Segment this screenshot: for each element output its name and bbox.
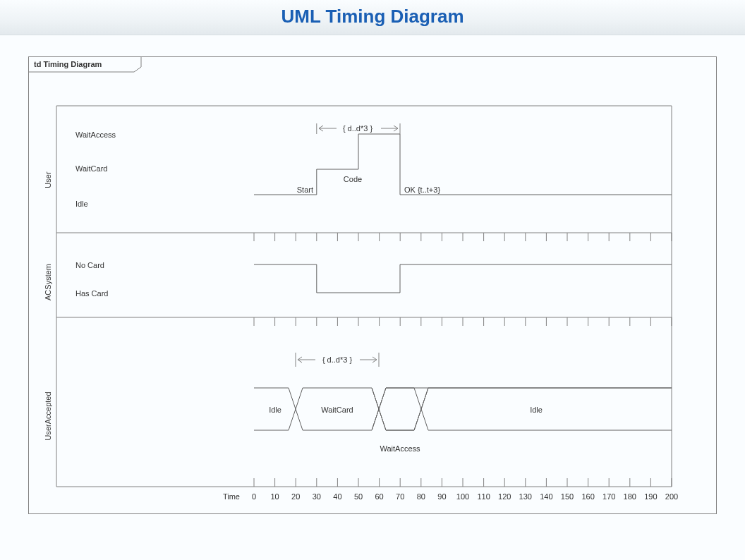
state-nocard: No Card — [75, 261, 104, 269]
val-idle-2: Idle — [530, 406, 543, 414]
tick-label: 60 — [375, 492, 383, 501]
event-ok: OK {t..t+3} — [404, 185, 440, 194]
tick-label: 160 — [581, 492, 594, 501]
lifeline-acsystem: ACSystem No Card Has Card — [44, 261, 672, 300]
frame-label-text: td Timing Diagram — [34, 60, 102, 68]
frame-tab: td Timing Diagram — [29, 57, 142, 73]
tick-row-2 — [254, 317, 672, 326]
val-idle-1: Idle — [269, 406, 281, 414]
page-title: UML Timing Diagram — [281, 6, 464, 27]
val-waitaccess: WaitAccess — [380, 444, 420, 453]
tick-label: 200 — [665, 492, 678, 501]
event-code: Code — [344, 175, 362, 183]
page-header: UML Timing Diagram — [0, 0, 745, 35]
user-waveform — [254, 134, 672, 195]
tick-label: 110 — [477, 492, 490, 501]
val-waitcard: WaitCard — [321, 406, 353, 414]
state-waitaccess: WaitAccess — [75, 130, 116, 139]
useraccepted-valueline — [254, 388, 672, 430]
lifeline-user: User WaitAccess WaitCard Idle { d..d*3 }… — [44, 123, 672, 208]
acsystem-waveform — [254, 264, 672, 293]
lifeline-useraccepted: UserAccepted { d..d*3 } — [44, 353, 672, 453]
state-hascard: Has Card — [75, 289, 108, 298]
tick-label: 170 — [602, 492, 615, 501]
tick-label: 180 — [624, 492, 636, 501]
tick-label: 140 — [540, 492, 552, 501]
tick-label: 40 — [333, 492, 341, 501]
tick-label: 100 — [456, 492, 469, 501]
tick-label: 130 — [519, 492, 532, 501]
tick-label: 20 — [291, 492, 300, 501]
useraccepted-constraint-text: { d..d*3 } — [322, 355, 353, 364]
tick-label: 190 — [644, 492, 657, 501]
state-idle: Idle — [75, 200, 88, 208]
tick-label: 50 — [354, 492, 363, 501]
time-axis-label: Time — [223, 492, 240, 501]
plot-area: Time 01020304050607080901001101201301401… — [44, 106, 678, 501]
useraccepted-constraint: { d..d*3 } — [296, 353, 379, 367]
tick-label: 80 — [417, 492, 425, 501]
tick-label: 150 — [561, 492, 574, 501]
tick-row-3 — [254, 478, 672, 487]
tick-labels: 0102030405060708090100110120130140150160… — [252, 492, 678, 501]
tick-label: 10 — [270, 492, 279, 501]
lifeline-user-label: User — [44, 171, 52, 188]
tick-label: 30 — [313, 492, 321, 501]
tick-label: 0 — [252, 492, 256, 501]
user-constraint: { d..d*3 } — [317, 123, 400, 134]
tick-label: 120 — [498, 492, 511, 501]
tick-label: 90 — [437, 492, 446, 501]
tick-label: 70 — [396, 492, 404, 501]
user-constraint-text: { d..d*3 } — [343, 124, 373, 133]
timing-diagram-svg: td Timing Diagram Time 01020304050607080… — [28, 56, 717, 536]
lifeline-useraccepted-label: UserAccepted — [44, 391, 52, 440]
event-start: Start — [297, 185, 313, 194]
state-waitcard: WaitCard — [75, 164, 107, 173]
tick-row-1 — [254, 233, 672, 241]
lifeline-acsystem-label: ACSystem — [44, 264, 52, 300]
diagram-canvas: td Timing Diagram Time 01020304050607080… — [0, 35, 745, 557]
